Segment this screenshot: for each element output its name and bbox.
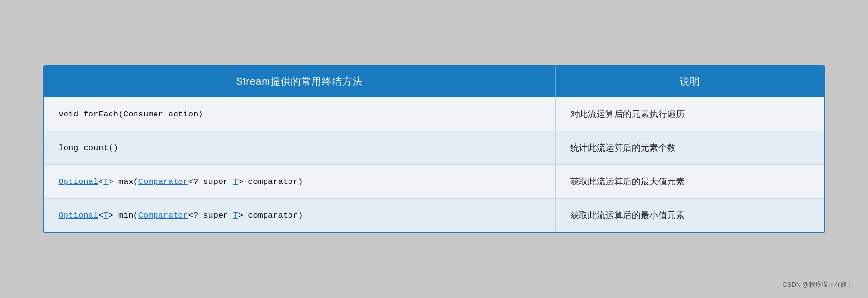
- col2-header: 说明: [556, 66, 824, 97]
- description-cell: 统计此流运算后的元素个数: [556, 131, 824, 165]
- table-row: Optional<T> min(Comparator<? super T> co…: [44, 199, 824, 232]
- method-suffix2: > comparator): [238, 211, 303, 220]
- generic-bracket: <: [98, 177, 103, 186]
- description-cell: 获取此流运算后的最大值元素: [556, 165, 824, 199]
- table-container: Stream提供的常用终结方法 说明 void forEach(Consumer…: [43, 65, 825, 233]
- col1-header: Stream提供的常用终结方法: [44, 66, 556, 97]
- optional-link2[interactable]: Optional: [59, 211, 99, 220]
- method-cell: long count(): [44, 131, 556, 165]
- method-text: void forEach(Consumer action): [59, 110, 203, 119]
- t-link[interactable]: T: [103, 177, 108, 186]
- method-cell: Optional<T> min(Comparator<? super T> co…: [44, 199, 556, 232]
- method-text: long count(): [59, 143, 118, 153]
- method-cell: Optional<T> max(Comparator<? super T> co…: [44, 165, 556, 199]
- table-row: Optional<T> max(Comparator<? super T> co…: [44, 165, 824, 199]
- t-link4[interactable]: T: [233, 211, 238, 220]
- t-link3[interactable]: T: [103, 211, 108, 220]
- comparator-link[interactable]: Comparator: [138, 177, 188, 186]
- comparator-link2[interactable]: Comparator: [138, 211, 188, 220]
- optional-link[interactable]: Optional: [59, 177, 99, 186]
- method-suffix: > comparator): [238, 177, 303, 186]
- method-mid4: <? super: [188, 211, 233, 220]
- generic-bracket2: <: [98, 211, 103, 220]
- t-link2[interactable]: T: [233, 177, 238, 186]
- table-row: void forEach(Consumer action) 对此流运算后的元素执…: [44, 97, 824, 131]
- page-wrapper: Stream提供的常用终结方法 说明 void forEach(Consumer…: [0, 0, 868, 298]
- description-cell: 获取此流运算后的最小值元素: [556, 199, 824, 232]
- method-mid: > max(: [109, 177, 138, 186]
- method-mid3: > min(: [109, 211, 138, 220]
- method-mid2: <? super: [188, 177, 233, 186]
- main-table: Stream提供的常用终结方法 说明 void forEach(Consumer…: [44, 66, 824, 232]
- watermark: CSDN @程序喵正在路上: [782, 280, 853, 289]
- method-cell: void forEach(Consumer action): [44, 97, 556, 131]
- table-header-row: Stream提供的常用终结方法 说明: [44, 66, 824, 97]
- description-cell: 对此流运算后的元素执行遍历: [556, 97, 824, 131]
- table-row: long count() 统计此流运算后的元素个数: [44, 131, 824, 165]
